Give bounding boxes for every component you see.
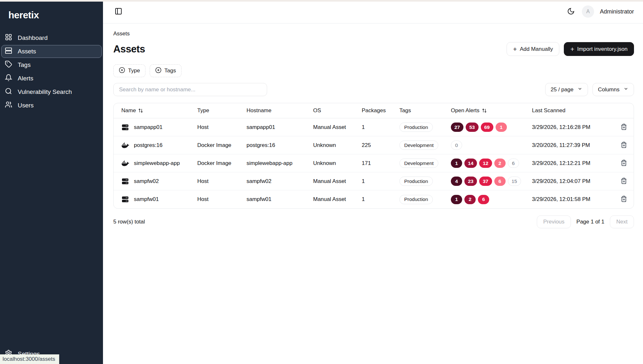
asset-os: Manual Asset bbox=[313, 196, 362, 203]
table-header: Name Type Hostname OS Packages Tags Open bbox=[114, 103, 634, 118]
alert-badge-medium: 37 bbox=[479, 177, 492, 186]
asset-name: sampfw02 bbox=[134, 178, 159, 185]
sidebar-item-label: Alerts bbox=[18, 75, 33, 82]
import-inventory-label: Import inventory.json bbox=[577, 46, 628, 52]
plus-circle-icon bbox=[119, 67, 125, 75]
page-content: Assets Assets + Add Manually + Import in… bbox=[103, 23, 643, 364]
users-icon bbox=[5, 101, 12, 110]
sidebar-toggle-button[interactable] bbox=[113, 6, 124, 17]
delete-asset-button[interactable] bbox=[619, 140, 629, 151]
column-header-hostname: Hostname bbox=[247, 107, 313, 114]
alert-badge-critical: 4 bbox=[451, 177, 462, 186]
alert-badge-low: 6 bbox=[494, 177, 506, 186]
delete-asset-button[interactable] bbox=[619, 194, 629, 205]
sidebar-item-label: Dashboard bbox=[18, 34, 48, 41]
asset-hostname: sampapp01 bbox=[247, 124, 313, 131]
alert-badge-low: 1 bbox=[496, 123, 507, 132]
asset-hostname: sampfw01 bbox=[247, 196, 313, 203]
asset-os: Manual Asset bbox=[313, 178, 362, 185]
alert-badge-medium: 6 bbox=[478, 195, 489, 204]
bell-icon bbox=[5, 74, 12, 83]
filter-tags-button[interactable]: Tags bbox=[150, 64, 182, 77]
column-header-last-scanned: Last Scanned bbox=[532, 107, 615, 114]
column-header-open-alerts: Open Alerts bbox=[451, 107, 480, 114]
alerts-cell: 0 bbox=[451, 141, 532, 150]
asset-packages: 225 bbox=[362, 142, 399, 149]
table-row[interactable]: sampapp01 Host sampapp01 Manual Asset 1 … bbox=[114, 118, 634, 136]
server-icon bbox=[5, 47, 12, 56]
chevron-down-icon bbox=[577, 86, 582, 93]
alerts-cell: 2753691 bbox=[451, 123, 532, 132]
plus-icon: + bbox=[513, 46, 517, 52]
tag-badge: Production bbox=[399, 195, 433, 204]
sidebar-item-dashboard[interactable]: Dashboard bbox=[1, 32, 102, 44]
chevron-down-icon bbox=[623, 86, 629, 93]
filter-type-label: Type bbox=[128, 68, 140, 74]
plus-circle-icon bbox=[155, 67, 162, 75]
asset-last-scanned: 3/29/2026, 12:04:07 PM bbox=[532, 178, 615, 185]
avatar[interactable]: A bbox=[582, 5, 594, 18]
column-header-name: Name bbox=[121, 107, 136, 114]
sidebar-item-users[interactable]: Users bbox=[1, 99, 102, 112]
breadcrumb: Assets bbox=[113, 31, 634, 37]
alerts-cell: 126 bbox=[451, 195, 532, 204]
search-input[interactable] bbox=[113, 83, 267, 96]
page-title: Assets bbox=[113, 43, 145, 55]
host-icon bbox=[121, 123, 129, 131]
trash-icon bbox=[620, 159, 627, 167]
sidebar-item-tags[interactable]: Tags bbox=[1, 59, 102, 71]
app-window: heretix Dashboard Assets Tags bbox=[0, 0, 643, 364]
asset-type: Host bbox=[197, 124, 247, 131]
host-icon bbox=[121, 196, 129, 203]
tag-badge: Development bbox=[399, 141, 438, 150]
tag-icon bbox=[5, 60, 12, 69]
trash-icon bbox=[620, 196, 627, 203]
moon-icon bbox=[567, 7, 575, 16]
sidebar-item-vulnerability-search[interactable]: Vulnerability Search bbox=[1, 86, 102, 98]
tag-badge: Production bbox=[399, 123, 433, 132]
tags-cell: Production bbox=[399, 177, 451, 186]
alert-badge-critical: 27 bbox=[451, 123, 463, 132]
import-inventory-button[interactable]: + Import inventory.json bbox=[564, 42, 634, 56]
delete-asset-button[interactable] bbox=[619, 122, 629, 133]
alert-badge-high: 14 bbox=[464, 159, 477, 168]
sort-by-open-alerts-button[interactable]: Open Alerts bbox=[451, 107, 487, 114]
table-row[interactable]: sampfw01 Host sampfw01 Manual Asset 1 Pr… bbox=[114, 190, 634, 208]
sidebar-item-assets[interactable]: Assets bbox=[1, 45, 102, 58]
asset-hostname: simplewebapp-app bbox=[247, 160, 313, 167]
next-page-button[interactable]: Next bbox=[610, 215, 634, 228]
sidebar-item-alerts[interactable]: Alerts bbox=[1, 72, 102, 85]
table-row[interactable]: simplewebapp-app Docker Image simpleweba… bbox=[114, 154, 634, 172]
previous-page-button[interactable]: Previous bbox=[537, 215, 571, 228]
add-manually-button[interactable]: + Add Manually bbox=[507, 42, 559, 56]
page-size-select[interactable]: 25 / page bbox=[545, 83, 588, 96]
filter-tags-label: Tags bbox=[164, 68, 176, 74]
alert-badge-high: 23 bbox=[464, 177, 477, 186]
table-row[interactable]: postgres:16 Docker Image postgres:16 Unk… bbox=[114, 136, 634, 154]
column-header-tags: Tags bbox=[399, 107, 451, 114]
delete-asset-button[interactable] bbox=[619, 176, 629, 187]
asset-type: Host bbox=[197, 178, 247, 185]
sort-arrows-icon bbox=[138, 108, 143, 113]
filter-type-button[interactable]: Type bbox=[113, 64, 145, 77]
asset-packages: 1 bbox=[362, 178, 399, 185]
delete-asset-button[interactable] bbox=[619, 158, 629, 169]
sort-by-name-button[interactable]: Name bbox=[121, 107, 143, 114]
theme-toggle-button[interactable] bbox=[566, 6, 576, 17]
assets-table: Name Type Hostname OS Packages Tags Open bbox=[113, 103, 634, 209]
asset-hostname: sampfw02 bbox=[247, 178, 313, 185]
asset-type: Docker Image bbox=[197, 160, 247, 167]
sort-arrows-icon bbox=[482, 108, 487, 113]
alerts-cell: 42337615 bbox=[451, 177, 532, 186]
sidebar-nav: Dashboard Assets Tags Alerts bbox=[1, 32, 102, 112]
table-body: sampapp01 Host sampapp01 Manual Asset 1 … bbox=[114, 118, 634, 208]
alert-badge-low: 2 bbox=[494, 159, 506, 168]
trash-icon bbox=[620, 177, 627, 185]
rows-total: 5 row(s) total bbox=[113, 219, 145, 225]
table-row[interactable]: sampfw02 Host sampfw02 Manual Asset 1 Pr… bbox=[114, 172, 634, 190]
host-icon bbox=[121, 177, 129, 185]
sidebar: heretix Dashboard Assets Tags bbox=[0, 0, 103, 364]
main-area: A Administrator Assets Assets + Add Manu… bbox=[103, 0, 643, 364]
columns-button[interactable]: Columns bbox=[592, 83, 634, 96]
alerts-cell: 1141226 bbox=[451, 159, 532, 168]
